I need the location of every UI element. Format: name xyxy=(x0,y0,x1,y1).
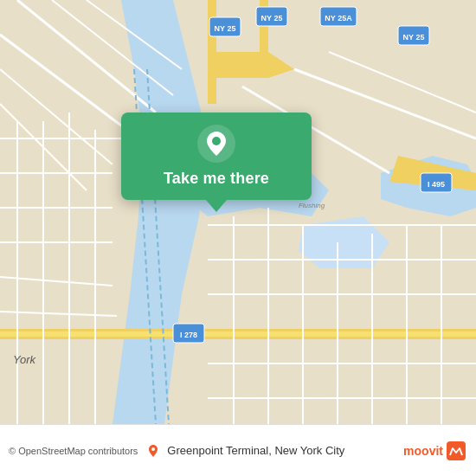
location-pin-icon xyxy=(146,444,160,458)
moovit-icon xyxy=(447,441,466,460)
svg-text:I 278: I 278 xyxy=(180,331,197,339)
svg-text:I 495: I 495 xyxy=(428,180,445,189)
location-info: Greenpoint Terminal, New York City xyxy=(146,444,403,458)
bottom-bar: © OpenStreetMap contributors Greenpoint … xyxy=(0,424,476,476)
svg-text:NY 25A: NY 25A xyxy=(325,14,352,23)
svg-text:York: York xyxy=(13,353,37,366)
location-label: Greenpoint Terminal, New York City xyxy=(167,444,344,457)
svg-text:NY 25: NY 25 xyxy=(261,14,283,23)
svg-rect-62 xyxy=(447,441,466,460)
svg-point-61 xyxy=(151,447,155,451)
take-me-there-button[interactable]: Take me there xyxy=(164,170,269,188)
svg-text:NY 25: NY 25 xyxy=(403,33,425,42)
popup-card: Take me there xyxy=(121,113,312,200)
moovit-logo: moovit xyxy=(403,441,466,460)
svg-text:Flushing: Flushing xyxy=(299,202,325,209)
svg-point-60 xyxy=(212,137,221,145)
moovit-brand-text: moovit xyxy=(403,444,443,458)
svg-text:NY 25: NY 25 xyxy=(215,24,236,33)
osm-attribution: © OpenStreetMap contributors xyxy=(9,446,138,456)
map-container: NY 25 NY 25 NY 25A NY 25 I 278 I 495 New… xyxy=(0,0,476,424)
map-pin-icon xyxy=(197,125,235,163)
svg-rect-6 xyxy=(0,331,476,337)
